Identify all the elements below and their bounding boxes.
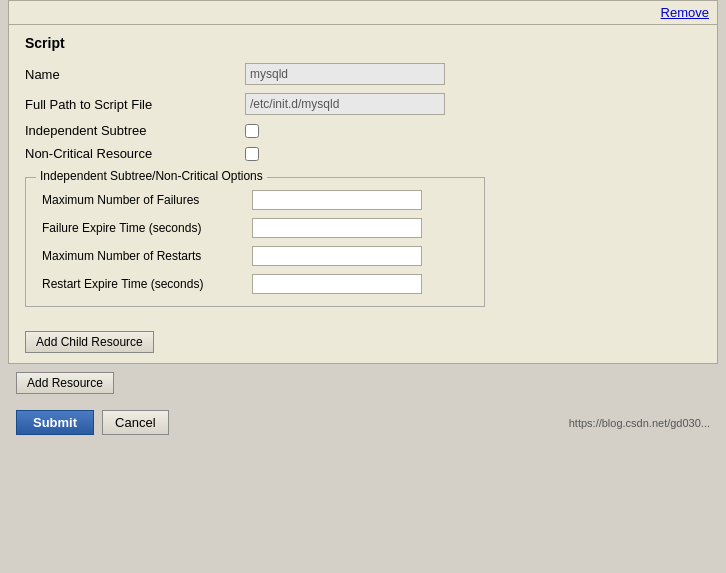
footer-buttons: Submit Cancel xyxy=(16,410,169,435)
path-label: Full Path to Script File xyxy=(25,97,245,112)
noncritical-checkbox[interactable] xyxy=(245,147,259,161)
submit-button[interactable]: Submit xyxy=(16,410,94,435)
path-input[interactable] xyxy=(245,93,445,115)
restart-expire-label: Restart Expire Time (seconds) xyxy=(42,277,252,291)
add-child-wrapper: Add Child Resource xyxy=(25,323,701,353)
independent-checkbox[interactable] xyxy=(245,124,259,138)
add-resource-button[interactable]: Add Resource xyxy=(16,372,114,394)
max-failures-input[interactable] xyxy=(252,190,422,210)
restart-expire-row: Restart Expire Time (seconds) xyxy=(42,274,468,294)
path-row: Full Path to Script File xyxy=(25,93,701,115)
name-row: Name xyxy=(25,63,701,85)
max-restarts-row: Maximum Number of Restarts xyxy=(42,246,468,266)
max-restarts-input[interactable] xyxy=(252,246,422,266)
script-section: Script Name Full Path to Script File Ind… xyxy=(9,25,717,363)
failure-expire-input[interactable] xyxy=(252,218,422,238)
cancel-button[interactable]: Cancel xyxy=(102,410,168,435)
main-panel: Remove Script Name Full Path to Script F… xyxy=(8,0,718,364)
max-failures-row: Maximum Number of Failures xyxy=(42,190,468,210)
name-input[interactable] xyxy=(245,63,445,85)
restart-expire-input[interactable] xyxy=(252,274,422,294)
name-label: Name xyxy=(25,67,245,82)
max-restarts-label: Maximum Number of Restarts xyxy=(42,249,252,263)
add-child-resource-button[interactable]: Add Child Resource xyxy=(25,331,154,353)
failure-expire-label: Failure Expire Time (seconds) xyxy=(42,221,252,235)
noncritical-label: Non-Critical Resource xyxy=(25,146,245,161)
section-title: Script xyxy=(25,35,701,51)
noncritical-row: Non-Critical Resource xyxy=(25,146,701,161)
independent-label: Independent Subtree xyxy=(25,123,245,138)
bottom-bar: Add Resource xyxy=(0,364,726,402)
options-group: Independent Subtree/Non-Critical Options… xyxy=(25,177,485,307)
failure-expire-row: Failure Expire Time (seconds) xyxy=(42,218,468,238)
footer-url: https://blog.csdn.net/gd030... xyxy=(569,417,710,429)
independent-row: Independent Subtree xyxy=(25,123,701,138)
top-bar: Remove xyxy=(9,1,717,25)
page-wrapper: Remove Script Name Full Path to Script F… xyxy=(0,0,726,463)
options-group-legend: Independent Subtree/Non-Critical Options xyxy=(36,169,267,183)
remove-link[interactable]: Remove xyxy=(661,5,709,20)
max-failures-label: Maximum Number of Failures xyxy=(42,193,252,207)
footer-bar: Submit Cancel https://blog.csdn.net/gd03… xyxy=(0,402,726,443)
